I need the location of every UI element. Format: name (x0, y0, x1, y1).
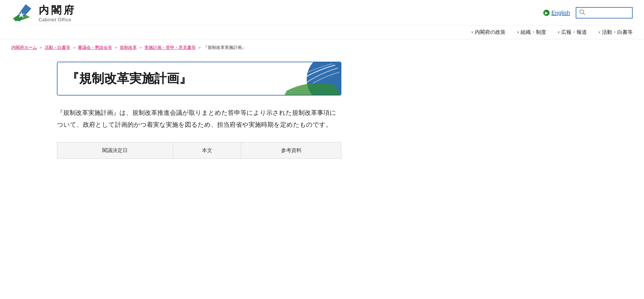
table-col-main: 本文 (173, 142, 241, 158)
page-description: 『規制改革実施計画』は、規制改革推進会議が取りまとめた答申等により示された規制改… (57, 107, 341, 131)
logo-kanji: 内閣府 (39, 3, 76, 17)
table-col-date: 閣議決定日 (57, 142, 173, 158)
logo-area[interactable]: 内閣府 Cabinet Office (11, 3, 76, 23)
header: 内閣府 Cabinet Office ▶ English ∨ (0, 0, 644, 39)
breadcrumb-implementation[interactable]: 実施計画・答申・意見書等 (145, 45, 196, 50)
breadcrumb-sep-2: ＞ (114, 45, 118, 50)
nav-label-activities: 活動・白書等 (602, 29, 633, 36)
main-content: 『規制改革実施計画』 『規制改革実施計画』は、規制改革推進会議が取りまとめた答申… (0, 53, 398, 170)
page-title: 『規制改革実施計画』 (67, 70, 192, 87)
nav-chevron-pr: ∨ (558, 30, 560, 34)
table-header-row: 閣議決定日 本文 参考資料 (57, 142, 341, 158)
search-box[interactable] (576, 7, 633, 18)
svg-line-2 (583, 13, 585, 15)
header-right: ▶ English (543, 7, 633, 18)
nav-item-policy[interactable]: ∨ 内閣府の政策 (471, 29, 505, 36)
logo-english-text: Cabinet Office (39, 17, 76, 22)
breadcrumb-sep-3: ＞ (139, 45, 143, 50)
breadcrumb-sep-1: ＞ (72, 45, 76, 50)
nav-label-organization: 組織・制度 (521, 29, 546, 36)
title-box: 『規制改革実施計画』 (57, 62, 341, 95)
table-col-reference: 参考資料 (241, 142, 341, 158)
breadcrumb-home[interactable]: 内閣府ホーム (11, 45, 37, 50)
breadcrumb-council[interactable]: 審議会・懇談会等 (78, 45, 112, 50)
data-table: 閣議決定日 本文 参考資料 (57, 142, 341, 159)
breadcrumb-current: 『規制改革実施計画』 (203, 45, 246, 50)
nav-label-policy: 内閣府の政策 (475, 29, 505, 36)
english-link[interactable]: ▶ English (543, 10, 570, 16)
nav-chevron-policy: ∨ (471, 30, 474, 34)
breadcrumb-sep-0: ＞ (39, 45, 43, 50)
english-label: English (551, 10, 570, 16)
nav-item-organization[interactable]: ∨ 組織・制度 (517, 29, 546, 36)
breadcrumb: 内閣府ホーム ＞ 活動・白書等 ＞ 審議会・懇談会等 ＞ 規制改革 ＞ 実施計画… (0, 39, 644, 53)
search-icon (579, 9, 585, 17)
breadcrumb-regulatory[interactable]: 規制改革 (120, 45, 137, 50)
header-top: 内閣府 Cabinet Office ▶ English (11, 0, 633, 25)
logo-text: 内閣府 Cabinet Office (39, 3, 76, 22)
english-arrow-icon: ▶ (543, 10, 550, 16)
nav-item-activities[interactable]: ∨ 活動・白書等 (598, 29, 633, 36)
title-decoration (261, 62, 341, 95)
nav-label-pr: 広報・報道 (561, 29, 587, 36)
breadcrumb-activities[interactable]: 活動・白書等 (45, 45, 70, 50)
breadcrumb-sep-4: ＞ (197, 45, 202, 50)
nav-chevron-activities: ∨ (598, 30, 601, 34)
nav-bar: ∨ 内閣府の政策 ∨ 組織・制度 ∨ 広報・報道 ∨ 活動・白書等 (11, 25, 633, 39)
cabinet-office-logo-icon (11, 3, 34, 23)
nav-item-pr[interactable]: ∨ 広報・報道 (558, 29, 587, 36)
nav-chevron-organization: ∨ (517, 30, 519, 34)
